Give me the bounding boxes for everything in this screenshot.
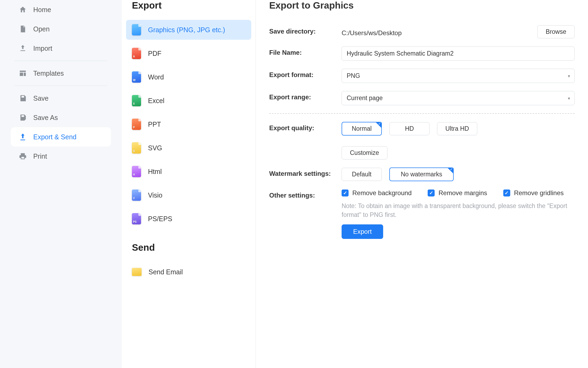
sidebar-item-label: Export & Send [33,133,76,141]
export-format-list: Export Graphics (PNG, JPG etc.) A PDF W … [122,0,256,368]
save-directory-value: C:/Users/ws/Desktop [342,27,402,37]
watermark-label: Watermark settings: [269,167,342,177]
svg-file-icon: S [132,142,141,154]
send-email-item[interactable]: Send Email [126,262,251,282]
format-item-label: Visio [148,191,162,199]
sidebar-divider [14,61,107,61]
export-format-label: Export format: [269,69,342,79]
format-item-label: PDF [148,50,161,57]
watermark-default-button[interactable]: Default [342,168,382,181]
export-button[interactable]: Export [342,224,383,239]
pdf-file-icon: A [132,48,141,59]
checkbox-label: Remove gridlines [514,189,564,197]
word-file-icon: W [132,71,141,83]
ps-file-icon: PS [132,213,141,224]
sidebar-item-save[interactable]: Save [11,89,111,108]
templates-icon [19,69,27,77]
quality-normal-button[interactable]: Normal [342,122,382,136]
quality-hd-button[interactable]: HD [389,122,430,135]
save-icon [19,94,27,102]
export-panel: Export to Graphics Save directory: C:/Us… [256,0,588,368]
format-item-ps-eps[interactable]: PS PS/EPS [126,209,251,229]
format-item-pdf[interactable]: A PDF [126,43,251,63]
sidebar-item-label: Save As [33,114,58,122]
print-icon [19,152,27,160]
remove-margins-checkbox[interactable]: ✓ Remove margins [428,189,487,197]
format-item-label: Excel [148,97,164,105]
sidebar: Home Open Import Templates Save Save As [0,0,122,368]
sidebar-item-save-as[interactable]: Save As [11,108,111,127]
browse-button[interactable]: Browse [537,25,575,38]
export-icon [19,133,27,141]
sidebar-item-label: Print [33,152,47,160]
sidebar-item-home[interactable]: Home [11,0,111,19]
export-heading: Export [132,0,245,11]
remove-background-checkbox[interactable]: ✓ Remove background [342,189,412,197]
excel-file-icon: X [132,95,141,106]
other-settings-label: Other settings: [269,189,342,199]
save-directory-label: Save directory: [269,25,342,35]
export-format-value: PNG [347,72,360,79]
file-name-label: File Name: [269,46,342,56]
format-item-label: SVG [148,144,162,152]
section-divider [269,113,575,114]
format-item-ppt[interactable]: P PPT [126,114,251,134]
format-item-label: Html [148,168,162,176]
format-item-html[interactable]: H Html [126,162,251,181]
export-quality-label: Export quality: [269,122,342,132]
sidebar-item-export-send[interactable]: Export & Send [11,127,111,147]
format-item-label: PPT [148,121,161,128]
send-heading: Send [132,242,245,253]
format-item-visio[interactable]: V Visio [126,185,251,205]
file-name-input[interactable] [342,46,575,61]
checkbox-checked-icon: ✓ [428,190,435,196]
format-item-label: Graphics (PNG, JPG etc.) [148,26,225,34]
checkbox-checked-icon: ✓ [342,190,349,196]
export-range-value: Current page [347,94,383,101]
graphics-file-icon [132,24,141,35]
sidebar-item-label: Import [33,45,52,52]
sidebar-item-open[interactable]: Open [11,19,111,39]
format-item-label: PS/EPS [148,215,172,223]
sidebar-item-templates[interactable]: Templates [11,64,111,83]
sidebar-item-print[interactable]: Print [11,147,111,166]
sidebar-item-label: Home [33,6,51,14]
sidebar-item-import[interactable]: Import [11,39,111,58]
export-format-select[interactable]: PNG [342,69,575,83]
export-range-select[interactable]: Current page [342,91,575,105]
export-note: Note: To obtain an image with a transpar… [342,202,575,220]
home-icon [19,6,27,14]
save-as-icon [19,114,27,122]
sidebar-item-label: Templates [33,70,64,77]
sidebar-divider [14,86,107,86]
mail-icon [132,268,142,276]
format-item-svg[interactable]: S SVG [126,138,251,158]
format-item-excel[interactable]: X Excel [126,91,251,111]
open-icon [19,25,27,33]
export-range-label: Export range: [269,91,342,101]
watermark-none-button[interactable]: No watermarks [389,167,454,181]
import-icon [19,44,27,52]
ppt-file-icon: P [132,119,141,130]
checkbox-label: Remove margins [438,189,487,197]
sidebar-item-label: Save [33,94,49,102]
checkbox-label: Remove background [352,189,412,197]
visio-file-icon: V [132,190,141,201]
send-email-label: Send Email [149,268,183,276]
checkbox-checked-icon: ✓ [503,190,510,196]
quality-ultra-hd-button[interactable]: Ultra HD [437,122,477,135]
format-item-word[interactable]: W Word [126,67,251,87]
quality-customize-button[interactable]: Customize [342,146,387,159]
format-item-label: Word [148,73,164,81]
remove-gridlines-checkbox[interactable]: ✓ Remove gridlines [503,189,564,197]
sidebar-item-label: Open [33,25,50,33]
panel-title: Export to Graphics [269,0,575,11]
html-file-icon: H [132,166,141,177]
format-item-graphics[interactable]: Graphics (PNG, JPG etc.) [126,20,251,40]
